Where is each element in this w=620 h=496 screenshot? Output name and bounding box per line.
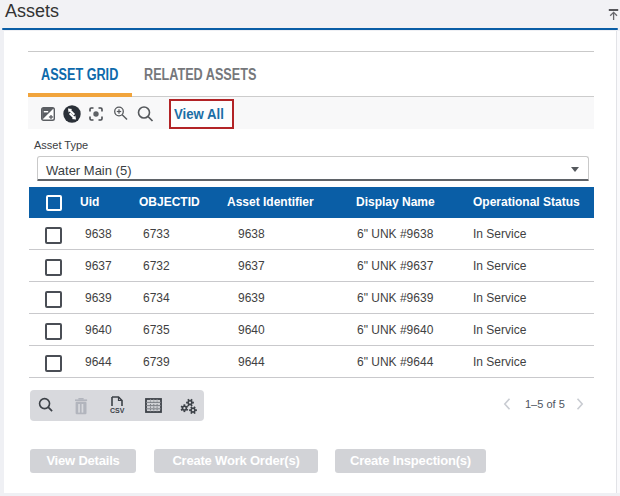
svg-text:CSV: CSV [110, 407, 125, 414]
